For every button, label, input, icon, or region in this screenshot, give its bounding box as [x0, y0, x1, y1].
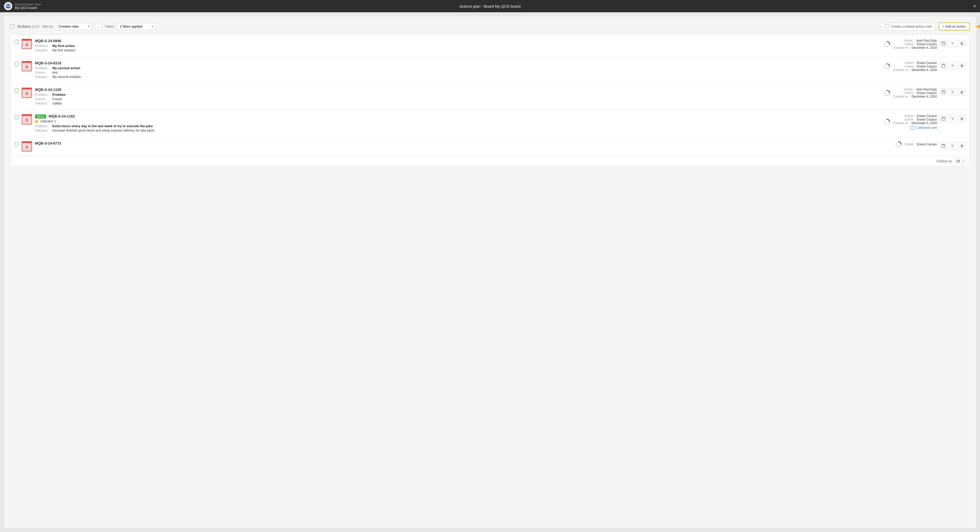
- expand-button[interactable]: [940, 62, 947, 69]
- action-problem-field: Problem: Extra hours every day in the la…: [35, 124, 862, 128]
- expand-button[interactable]: [940, 115, 947, 122]
- action-problem: My first action: [52, 44, 75, 48]
- action-created: December 4, 2024: [912, 46, 937, 49]
- action-meta: Owner : Erwan Cazaux: [865, 141, 937, 147]
- table-row: S MQB-S-24-8318 Problem: My second actio…: [11, 57, 969, 83]
- action-created: December 4, 2024: [912, 95, 937, 98]
- svg-rect-13: [942, 117, 945, 120]
- actions-title: Actions (6/6): [18, 24, 39, 29]
- edit-button[interactable]: ✎: [949, 142, 956, 150]
- action-cause-field: Cause: test: [35, 70, 862, 74]
- title-bar: Documentation Team My QCD board Actions …: [0, 0, 980, 12]
- action-icon: S: [22, 141, 32, 151]
- progress-icon: [884, 90, 890, 96]
- action-icon-bg: S: [22, 61, 32, 71]
- add-action-button[interactable]: + Add an action: [939, 22, 970, 30]
- action-solution: My second solution: [52, 75, 81, 79]
- edit-button[interactable]: ✎: [949, 40, 956, 47]
- svg-rect-4: [942, 42, 945, 45]
- expand-button[interactable]: [940, 40, 947, 47]
- sort-direction-button[interactable]: ↓: [95, 23, 102, 30]
- display-by-select[interactable]: 10 25 50: [954, 158, 966, 164]
- indicator-dot: [35, 120, 38, 123]
- action-meta: Owner : Jean Paul Ergo Author : Erwan Ca…: [865, 39, 937, 49]
- close-button[interactable]: ×: [973, 3, 976, 9]
- attached-card-icon: [910, 126, 914, 129]
- action-problem-field: Problem: My first action: [35, 44, 862, 48]
- edit-button[interactable]: ✎: [949, 89, 956, 96]
- create-related-button[interactable]: Create a related action card: [881, 23, 935, 30]
- arrow-annotation: ➔: [975, 22, 980, 30]
- filters-label: Filters: [105, 24, 114, 28]
- table-row: S MQB-S-24-8946 Problem: My first action…: [11, 35, 969, 57]
- svg-rect-16: [942, 144, 945, 147]
- action-author: Erwan Cazaux: [917, 118, 937, 121]
- action-author: Erwan Cazaux: [917, 91, 937, 95]
- svg-point-2: [9, 5, 10, 6]
- sort-by-label: Sort by: [42, 24, 53, 28]
- svg-rect-8: [943, 64, 944, 65]
- action-meta: Owner : Erwan Cazaux Author : Erwan Caza…: [865, 61, 937, 72]
- filter-select[interactable]: 2 filters applied No filters: [117, 23, 156, 30]
- progress-icon: [896, 141, 902, 147]
- svg-rect-5: [943, 42, 944, 43]
- action-solution: Increase finished good stock and setup e…: [52, 129, 154, 132]
- delete-button[interactable]: 🗑: [958, 89, 966, 96]
- action-created: December 4, 2024: [912, 68, 937, 72]
- action-buttons: ✎ 🗑: [940, 115, 966, 122]
- sort-select[interactable]: Creation date Title Owner Date: [56, 23, 92, 30]
- select-all-checkbox[interactable]: [10, 24, 14, 29]
- minor-badge: Minor: [35, 115, 46, 118]
- delete-button[interactable]: 🗑: [958, 40, 966, 47]
- expand-button[interactable]: [940, 142, 947, 150]
- action-solution: Safety: [52, 101, 62, 105]
- indicator-row: Indicator 1: [35, 119, 862, 123]
- sort-select-wrapper: Creation date Title Owner Date: [56, 23, 92, 30]
- action-icon: S: [22, 88, 32, 98]
- create-related-label: Create a related action card: [891, 24, 932, 28]
- action-content: MQB-S-24-8318 Problem: My second action …: [35, 61, 862, 79]
- action-content: Minor MQB-S-24-1162 Indicator 1 Problem:…: [35, 114, 862, 133]
- action-solution-field: Solution: Increase finished good stock a…: [35, 129, 862, 132]
- action-icon-bg: S: [22, 39, 32, 49]
- row-checkbox[interactable]: [14, 89, 19, 93]
- delete-button[interactable]: 🗑: [958, 62, 966, 69]
- expand-button[interactable]: [940, 89, 947, 96]
- action-icon-bg: S: [22, 141, 32, 151]
- progress-icon: [884, 63, 890, 70]
- add-action-label: + Add an action: [943, 24, 966, 28]
- row-checkbox[interactable]: [14, 40, 19, 44]
- table-row: S Minor MQB-S-24-1162 Indicator 1 Proble…: [11, 110, 969, 137]
- page-title: Actions plan - Board My QCD board: [460, 4, 520, 8]
- action-problem-field: Problem: Problem: [35, 93, 862, 97]
- edit-button[interactable]: ✎: [949, 115, 956, 122]
- indicator-label: Indicator 1: [41, 119, 56, 123]
- actions-list: S MQB-S-24-8946 Problem: My first action…: [10, 35, 970, 166]
- svg-rect-7: [942, 64, 945, 67]
- action-solution: My first solution: [52, 48, 75, 52]
- table-row: S MQB-S-24-1108 Problem: Problem Cause: …: [11, 83, 969, 110]
- action-content: MQB-S-24-8946 Problem: My first action S…: [35, 39, 862, 53]
- action-id: MQB-S-24-1108: [35, 88, 862, 92]
- filter-select-wrapper: 2 filters applied No filters: [117, 23, 156, 30]
- delete-button[interactable]: 🗑: [958, 115, 966, 122]
- delete-button[interactable]: 🗑: [958, 142, 966, 150]
- row-checkbox[interactable]: [14, 115, 19, 119]
- action-cause: test: [52, 70, 58, 74]
- attached-cards-label: 1 attached card: [916, 126, 937, 129]
- progress-icon: [884, 41, 890, 47]
- display-by-label: Display by: [937, 159, 952, 163]
- action-owner: Jean Paul Ergo: [916, 39, 937, 42]
- action-icon: S: [22, 61, 32, 71]
- action-buttons: ✎ 🗑: [940, 62, 966, 69]
- row-checkbox[interactable]: [14, 62, 19, 66]
- action-id: MQB-S-24-6773: [35, 141, 862, 145]
- edit-button[interactable]: ✎: [949, 62, 956, 69]
- app-logo: Documentation Team My QCD board: [4, 2, 41, 10]
- action-buttons: ✎ 🗑: [940, 40, 966, 47]
- action-icon: S: [22, 114, 32, 124]
- toolbar-right: Create a related action card + Add an ac…: [881, 22, 970, 30]
- row-checkbox[interactable]: [14, 142, 19, 147]
- toolbar: Actions (6/6) Sort by Creation date Titl…: [10, 22, 970, 30]
- attached-card-link[interactable]: 1 attached card: [910, 126, 937, 129]
